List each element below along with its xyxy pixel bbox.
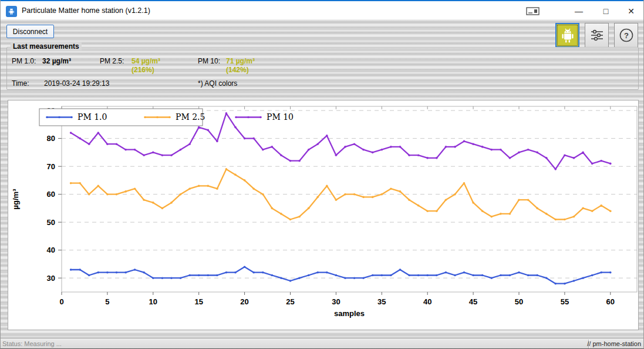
window-title: Particulate Matter home station (v1.2.1) — [22, 6, 150, 15]
measurements-groupbox: Last measurements PM 1.0: 32 µg/m³ PM 2.… — [6, 47, 639, 90]
svg-text:PM 10: PM 10 — [267, 112, 294, 122]
svg-text:PM 1.0: PM 1.0 — [77, 112, 107, 122]
svg-text:15: 15 — [194, 297, 203, 306]
help-button[interactable]: ? — [614, 23, 638, 48]
svg-text:60: 60 — [47, 190, 55, 199]
svg-text:?: ? — [624, 31, 629, 40]
pm1-value: 32 µg/m³ — [42, 57, 71, 65]
main-panel: Disconnect — [1, 19, 643, 337]
tablet-keyboard-icon[interactable] — [525, 6, 541, 16]
titlebar: Particulate Matter home station (v1.2.1)… — [1, 0, 643, 19]
disconnect-button[interactable]: Disconnect — [6, 25, 54, 38]
svg-text:50: 50 — [515, 297, 523, 306]
minimize-button[interactable]: — — [565, 2, 592, 20]
pm25-aqi-percent: (216%) — [132, 66, 154, 74]
pm10-label: PM 10: — [198, 57, 220, 65]
svg-text:30: 30 — [47, 274, 55, 283]
close-button[interactable]: ✕ — [618, 2, 644, 20]
svg-text:45: 45 — [469, 297, 477, 306]
svg-text:20: 20 — [240, 297, 248, 306]
svg-text:70: 70 — [47, 162, 55, 171]
pm1-label: PM 1.0: — [12, 57, 36, 65]
svg-text:55: 55 — [561, 297, 569, 306]
svg-text:25: 25 — [286, 297, 294, 306]
svg-text:30: 30 — [332, 297, 340, 306]
maximize-button[interactable]: □ — [592, 2, 619, 20]
android-robot-glyph — [8, 8, 15, 15]
svg-text:80: 80 — [47, 134, 55, 143]
svg-text:50: 50 — [47, 218, 55, 227]
settings-button[interactable] — [585, 23, 609, 48]
pm10-value: 71 µg/m³ — [226, 57, 255, 65]
pm10-aqi-percent: (142%) — [226, 66, 249, 74]
chart-panel: 05101520253035404550556030405060708090sa… — [8, 100, 639, 330]
time-value: 2019-03-24 19:29:13 — [44, 79, 109, 88]
measurements-title: Last measurements — [11, 42, 82, 51]
svg-text:samples: samples — [334, 309, 365, 318]
app-signature: // pm-home-station — [587, 340, 641, 347]
pm-line-chart: 05101520253035404550556030405060708090sa… — [8, 100, 638, 330]
statusbar: Status: Measuring ... // pm-home-station — [1, 338, 643, 349]
app-window: Particulate Matter home station (v1.2.1)… — [0, 0, 644, 349]
pm25-value: 54 µg/m³ — [132, 57, 160, 65]
toolbar-right: ? — [555, 23, 638, 48]
svg-text:10: 10 — [149, 297, 157, 306]
svg-text:0: 0 — [59, 297, 63, 306]
help-icon: ? — [618, 27, 635, 43]
app-icon — [6, 6, 17, 17]
svg-text:35: 35 — [377, 297, 386, 306]
aqi-colors-note: *) AQI colors — [198, 79, 237, 88]
sliders-icon — [589, 27, 605, 43]
pm25-label: PM 2.5: — [100, 57, 124, 65]
svg-text:40: 40 — [47, 246, 55, 254]
android-app-toggle-button[interactable] — [555, 23, 579, 48]
svg-text:µg/m³: µg/m³ — [11, 189, 20, 210]
time-label: Time: — [12, 79, 29, 88]
svg-text:5: 5 — [105, 297, 109, 306]
svg-text:PM 2.5: PM 2.5 — [176, 112, 205, 122]
svg-text:60: 60 — [606, 297, 615, 306]
svg-text:40: 40 — [423, 297, 431, 306]
android-icon — [560, 28, 575, 43]
status-message: Status: Measuring ... — [2, 340, 62, 347]
